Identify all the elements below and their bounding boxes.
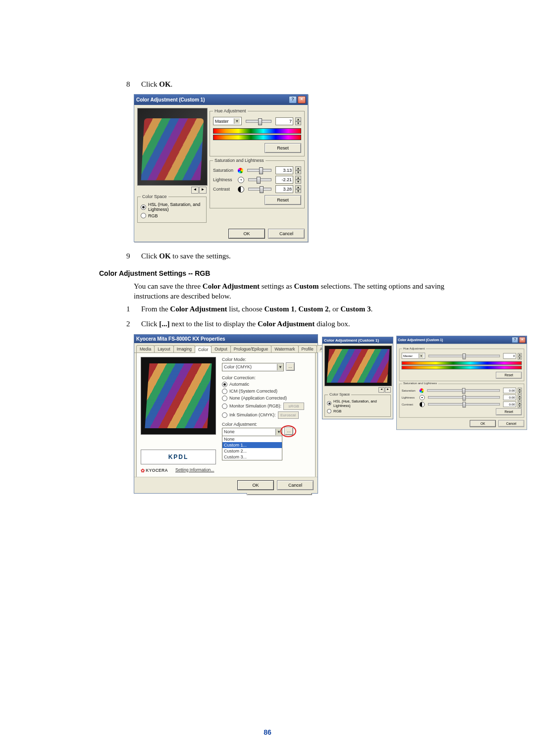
cancel-button[interactable]: Cancel: [498, 420, 524, 427]
setting-information-link[interactable]: Setting Information...: [175, 467, 214, 472]
saturation-slider[interactable]: [427, 389, 500, 392]
scroll-left-icon[interactable]: ◄: [378, 387, 384, 393]
lightness-slider[interactable]: [248, 178, 271, 181]
saturation-value[interactable]: 3.13: [275, 166, 293, 174]
tab-imaging[interactable]: Imaging: [173, 345, 195, 353]
tab-prologue[interactable]: Prologue/Epilogue: [230, 345, 271, 353]
ok-button[interactable]: OK: [228, 229, 265, 239]
cancel-button[interactable]: Cancel: [277, 480, 314, 490]
hue-color-bars: [402, 361, 522, 369]
saturation-spinner[interactable]: ▲▼: [518, 387, 522, 393]
close-icon[interactable]: ×: [298, 96, 306, 103]
spin-down-icon[interactable]: ▼: [295, 170, 301, 174]
radio-none[interactable]: None (Application Corrected): [222, 396, 312, 401]
radio-hsl[interactable]: HSL (Hue, Saturation, and Lightness): [141, 202, 203, 212]
preview-image: [324, 346, 392, 386]
option-none[interactable]: None: [222, 436, 282, 442]
spin-down-icon[interactable]: ▼: [295, 189, 301, 193]
text: to save the settings.: [171, 252, 231, 260]
saturation-spinner[interactable]: ▲ ▼: [295, 166, 301, 174]
spin-down-icon[interactable]: ▼: [518, 356, 522, 359]
hue-channel-combo[interactable]: Master ▼: [402, 353, 426, 358]
spin-up-icon[interactable]: ▲: [295, 117, 301, 121]
color-space-group: Color Space HSL (Hue, Saturation, and Li…: [324, 395, 391, 417]
lightness-value[interactable]: 0.00: [503, 394, 516, 400]
cancel-button[interactable]: Cancel: [268, 229, 305, 239]
tab-profile[interactable]: Profile: [298, 345, 317, 353]
option-custom3[interactable]: Custom 3...: [222, 454, 282, 460]
lightness-spinner[interactable]: ▲▼: [518, 394, 522, 400]
tab-media[interactable]: Media: [136, 345, 155, 353]
help-icon[interactable]: ?: [289, 96, 297, 103]
hue-reset-button[interactable]: Reset: [496, 371, 522, 378]
preview-scroller: ◄ ►: [137, 187, 207, 194]
spin-down-icon[interactable]: ▼: [295, 121, 301, 125]
radio-hsl[interactable]: HSL (Hue, Saturation, and Lightness): [327, 399, 388, 408]
spin-up-icon[interactable]: ▲: [518, 401, 522, 404]
option-custom2[interactable]: Custom 2...: [222, 448, 282, 454]
spin-up-icon[interactable]: ▲: [295, 176, 301, 180]
spin-down-icon[interactable]: ▼: [518, 404, 522, 408]
ok-button[interactable]: OK: [237, 480, 274, 490]
tab-color[interactable]: Color: [195, 346, 212, 353]
spin-down-icon[interactable]: ▼: [518, 391, 522, 394]
hue-slider[interactable]: [428, 354, 500, 357]
hue-value[interactable]: 7: [275, 117, 293, 125]
tab-layout[interactable]: Layout: [154, 345, 174, 353]
hue-channel-combo[interactable]: Master ▼: [213, 117, 242, 125]
spin-up-icon[interactable]: ▲: [295, 166, 301, 170]
ok-button[interactable]: OK: [470, 420, 495, 427]
spin-up-icon[interactable]: ▲: [518, 394, 522, 398]
scroll-right-icon[interactable]: ►: [385, 387, 391, 393]
spin-down-icon[interactable]: ▼: [518, 398, 522, 401]
contrast-value[interactable]: 0.00: [503, 401, 516, 406]
close-icon[interactable]: ×: [519, 337, 526, 343]
text: list, choose: [227, 305, 265, 313]
lightness-value[interactable]: -2.21: [275, 176, 293, 184]
hue-spinner[interactable]: ▲▼: [518, 353, 522, 358]
radio-ink-sim[interactable]: Ink Simulation (CMYK): Euroscal: [222, 411, 312, 419]
bold: Custom 1: [265, 305, 295, 313]
sl-reset-button[interactable]: Reset: [496, 408, 522, 415]
radio-monitor-sim[interactable]: Monitor Simulation (RGB): sRGB: [222, 403, 312, 410]
spin-up-icon[interactable]: ▲: [295, 185, 301, 189]
saturation-value[interactable]: 0.00: [503, 387, 516, 393]
lightness-spinner[interactable]: ▲ ▼: [295, 176, 301, 184]
radio-automatic[interactable]: Automatic: [222, 382, 312, 387]
contrast-slider[interactable]: [248, 188, 271, 191]
contrast-spinner[interactable]: ▲ ▼: [295, 185, 301, 193]
tab-watermark[interactable]: Watermark: [271, 345, 298, 353]
spin-up-icon[interactable]: ▲: [518, 387, 522, 391]
spin-up-icon[interactable]: ▲: [518, 353, 522, 356]
saturation-slider[interactable]: [247, 169, 271, 172]
hue-reset-button[interactable]: Reset: [265, 143, 301, 153]
bold: Custom: [294, 282, 319, 290]
radio-label: Monitor Simulation (RGB):: [229, 403, 281, 408]
color-adjustment-dialog-wide: Color Adjustment (Custom 1) ? × Hue Adju…: [396, 336, 527, 430]
contrast-spinner[interactable]: ▲▼: [518, 401, 522, 406]
scroll-right-icon[interactable]: ►: [199, 187, 207, 194]
contrast-slider[interactable]: [428, 403, 500, 405]
hue-spinner[interactable]: ▲ ▼: [295, 117, 301, 125]
tab-panel-color: KPDL ✿ KYOCERA Setting Information... Co…: [136, 353, 316, 489]
color-mode-ellipsis-button[interactable]: ...: [286, 362, 295, 371]
radio-rgb[interactable]: RGB: [141, 213, 203, 218]
hue-slider[interactable]: [246, 120, 271, 123]
kpdl-logo: KPDL: [141, 450, 216, 464]
color-mode-combo[interactable]: Color (CMYK) ▼: [222, 363, 284, 371]
radio-icm[interactable]: ICM (System Corrected): [222, 389, 312, 394]
bold: Color Adjustment: [170, 305, 227, 313]
color-adjustment-ellipsis-button[interactable]: ...: [284, 427, 293, 435]
tab-output[interactable]: Output: [211, 345, 231, 353]
sl-reset-button[interactable]: Reset: [265, 195, 301, 205]
contrast-value[interactable]: 3.28: [275, 185, 293, 193]
radio-rgb[interactable]: RGB: [327, 409, 388, 413]
color-adjustment-combo[interactable]: None ▼ None Custom 1... Custom 2... Cust…: [222, 428, 282, 460]
spin-down-icon[interactable]: ▼: [295, 180, 301, 184]
option-custom1[interactable]: Custom 1...: [222, 442, 282, 448]
step-text: Click [...] next to the list to display …: [136, 319, 350, 329]
hue-value[interactable]: 0: [503, 353, 516, 358]
help-icon[interactable]: ?: [512, 337, 518, 343]
scroll-left-icon[interactable]: ◄: [191, 187, 199, 194]
lightness-slider[interactable]: [428, 396, 500, 399]
